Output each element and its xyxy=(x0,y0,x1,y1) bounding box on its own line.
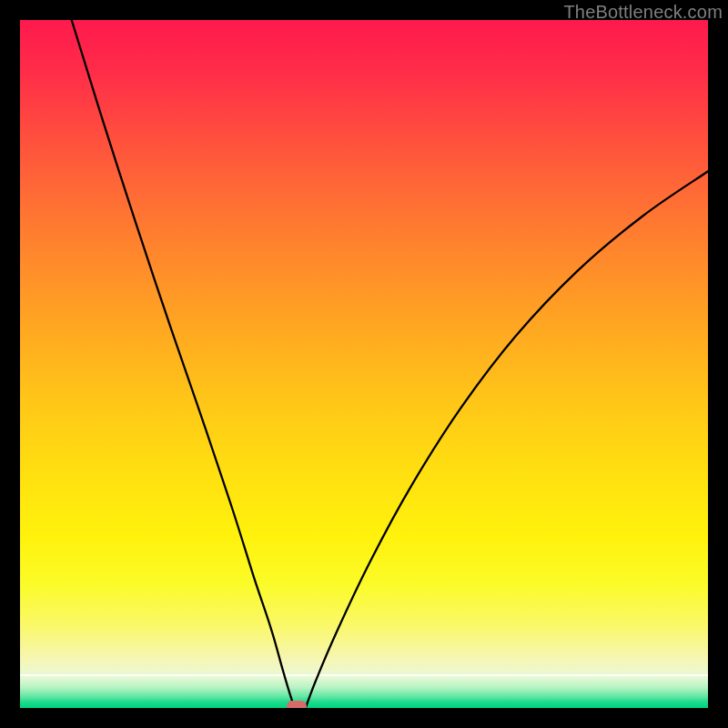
watermark-text: TheBottleneck.com xyxy=(563,2,723,23)
plot-area xyxy=(20,20,708,708)
bottleneck-curve xyxy=(20,20,708,708)
chart-container: { "watermark": "TheBottleneck.com", "plo… xyxy=(0,0,728,728)
optimal-marker xyxy=(287,701,307,708)
